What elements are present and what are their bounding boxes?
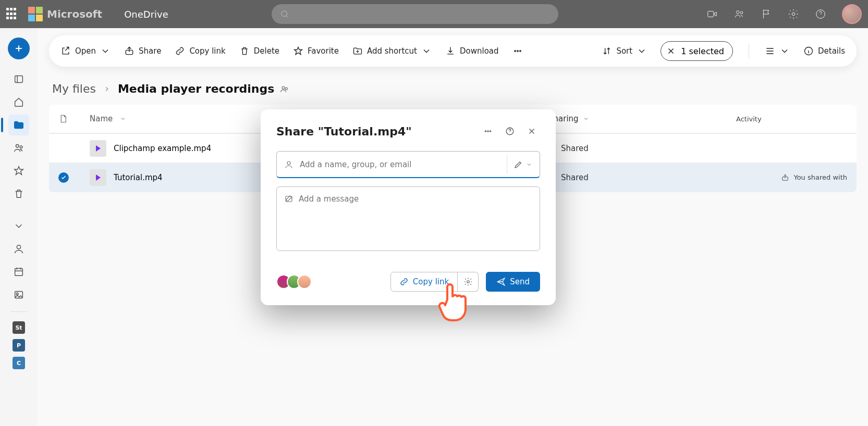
svg-point-30 <box>487 131 488 132</box>
svg-point-7 <box>16 145 19 148</box>
sidebar-item-panel[interactable] <box>8 69 29 90</box>
send-icon <box>496 277 506 286</box>
sidebar-item-calendar[interactable] <box>8 261 29 282</box>
svg-point-16 <box>519 51 521 52</box>
dialog-title: Share "Tutorial.mp4" <box>276 125 412 138</box>
col-activity-label[interactable]: Activity <box>736 115 762 123</box>
chevron-right-icon <box>103 85 111 93</box>
video-thumbnail <box>90 140 106 157</box>
copy-link-button[interactable]: Copy link <box>175 46 225 56</box>
chevron-down-icon <box>526 161 532 168</box>
breadcrumb: My files Media player recordings <box>52 82 857 95</box>
details-label: Details <box>818 46 845 56</box>
share-out-icon <box>781 173 789 182</box>
send-label: Send <box>510 277 530 286</box>
link-settings-button[interactable] <box>458 272 479 292</box>
svg-point-18 <box>282 86 285 89</box>
file-name[interactable]: Tutorial.mp4 <box>114 173 163 182</box>
breadcrumb-root[interactable]: My files <box>52 82 96 95</box>
copy-link-label: Copy link <box>413 277 449 286</box>
command-toolbar: Open Share Copy link Delete Favorite Add… <box>49 35 857 67</box>
sort-button[interactable]: Sort <box>602 46 647 56</box>
shared-badge-icon[interactable] <box>279 84 290 94</box>
sidebar: St P C <box>0 28 38 426</box>
edit-permissions-button[interactable] <box>514 160 532 169</box>
add-shortcut-label: Add shortcut <box>367 46 417 56</box>
selected-label: 1 selected <box>681 46 724 56</box>
sort-label: Sort <box>616 46 632 56</box>
svg-point-14 <box>514 51 516 52</box>
svg-point-9 <box>17 245 20 249</box>
sidebar-item-recycle[interactable] <box>8 183 29 204</box>
details-button[interactable]: Details <box>803 46 845 56</box>
svg-point-31 <box>490 131 491 132</box>
svg-point-33 <box>287 161 290 165</box>
view-switcher[interactable] <box>765 46 790 56</box>
file-icon <box>58 114 68 123</box>
svg-point-19 <box>286 87 288 90</box>
favorite-label: Favorite <box>308 46 339 56</box>
more-options-button[interactable] <box>480 123 496 140</box>
sidebar-item-photos[interactable] <box>8 284 29 305</box>
breadcrumb-current: Media player recordings <box>118 82 274 95</box>
sidebar-collapse[interactable] <box>8 216 29 236</box>
add-button[interactable] <box>8 37 30 59</box>
delete-button[interactable]: Delete <box>239 46 279 56</box>
delete-label: Delete <box>254 46 279 56</box>
more-button[interactable] <box>512 46 523 56</box>
activity-text: You shared with <box>793 173 847 181</box>
link-icon <box>399 277 409 286</box>
download-label: Download <box>460 46 499 56</box>
video-thumbnail <box>90 169 106 186</box>
add-shortcut-button[interactable]: Add shortcut <box>352 46 432 56</box>
share-button[interactable]: Share <box>124 46 161 56</box>
sharing-status[interactable]: Shared <box>561 144 589 153</box>
sharing-status[interactable]: Shared <box>561 173 589 182</box>
message-field[interactable] <box>276 186 540 251</box>
recipient-field[interactable] <box>276 151 540 178</box>
svg-point-35 <box>467 281 469 283</box>
close-button[interactable] <box>523 123 540 140</box>
copy-link-label: Copy link <box>189 46 225 56</box>
svg-rect-10 <box>15 269 23 276</box>
sidebar-item-people[interactable] <box>8 239 29 259</box>
svg-point-29 <box>485 131 486 132</box>
sidebar-item-myfiles[interactable] <box>8 115 29 135</box>
help-button[interactable] <box>502 123 518 140</box>
download-button[interactable]: Download <box>445 46 499 56</box>
chevron-down-icon[interactable] <box>120 116 126 122</box>
svg-point-15 <box>517 51 518 52</box>
svg-rect-6 <box>15 76 23 83</box>
sidebar-item-favorites[interactable] <box>8 160 29 181</box>
svg-point-12 <box>16 293 18 295</box>
sidebar-item-home[interactable] <box>8 92 29 112</box>
quick-link-st[interactable]: St <box>13 321 25 334</box>
person-icon <box>284 160 294 169</box>
recipient-input[interactable] <box>300 160 500 169</box>
message-icon <box>284 194 294 204</box>
share-label: Share <box>139 46 161 56</box>
favorite-button[interactable]: Favorite <box>293 46 339 56</box>
selected-pill[interactable]: 1 selected <box>661 41 733 61</box>
quick-link-c[interactable]: C <box>13 357 25 369</box>
col-name-label[interactable]: Name <box>90 114 113 123</box>
checkmark-icon[interactable] <box>58 172 69 183</box>
file-name[interactable]: Clipchamp example.mp4 <box>114 144 211 153</box>
svg-point-8 <box>20 146 22 148</box>
open-label: Open <box>75 46 96 56</box>
copy-link-button[interactable]: Copy link <box>390 272 458 292</box>
message-textarea[interactable] <box>299 194 532 243</box>
share-dialog: Share "Tutorial.mp4" Copy link <box>261 109 556 305</box>
gear-icon <box>463 277 473 286</box>
chevron-down-icon[interactable] <box>583 116 589 122</box>
sidebar-item-shared[interactable] <box>8 137 29 158</box>
pencil-icon <box>514 160 523 169</box>
shared-with-avatars[interactable] <box>276 274 312 289</box>
send-button[interactable]: Send <box>486 272 540 292</box>
open-button[interactable]: Open <box>60 46 111 56</box>
quick-link-p[interactable]: P <box>13 339 25 352</box>
